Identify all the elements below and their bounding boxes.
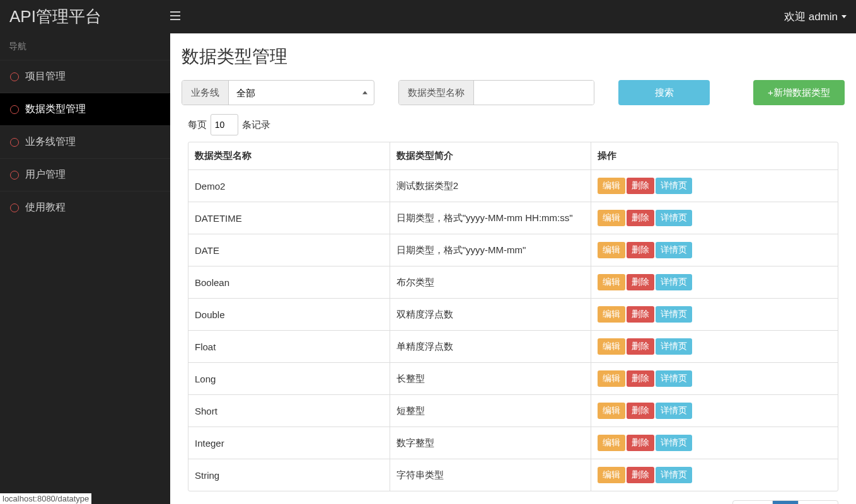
table-row: Boolean布尔类型编辑删除详情页 xyxy=(188,266,838,299)
sidebar-item-label: 业务线管理 xyxy=(25,135,76,149)
detail-button[interactable]: 详情页 xyxy=(656,467,692,483)
cell-name: DATE xyxy=(188,234,390,266)
bizline-filter: 业务线 全部 xyxy=(182,80,374,105)
sidebar-item-label: 项目管理 xyxy=(25,70,66,83)
cell-actions: 编辑删除详情页 xyxy=(591,427,838,459)
sidebar-item[interactable]: 数据类型管理 xyxy=(0,93,170,125)
bizline-select[interactable]: 全部 xyxy=(229,88,374,98)
perpage-input[interactable] xyxy=(211,114,238,135)
detail-button[interactable]: 详情页 xyxy=(656,242,692,258)
cell-desc: 数字整型 xyxy=(390,427,591,459)
edit-button[interactable]: 编辑 xyxy=(598,403,625,419)
cell-desc: 测试数据类型2 xyxy=(390,170,591,202)
cell-actions: 编辑删除详情页 xyxy=(591,331,838,363)
edit-button[interactable]: 编辑 xyxy=(598,338,625,355)
table-row: DATE日期类型，格式"yyyy-MM-mm"编辑删除详情页 xyxy=(188,234,838,266)
detail-button[interactable]: 详情页 xyxy=(656,306,692,323)
cell-name: DATETIME xyxy=(188,202,390,234)
cell-actions: 编辑删除详情页 xyxy=(591,170,838,202)
delete-button[interactable]: 删除 xyxy=(627,306,654,323)
perpage-suffix: 条记录 xyxy=(242,119,270,131)
cell-actions: 编辑删除详情页 xyxy=(591,266,838,299)
sidebar-item[interactable]: 业务线管理 xyxy=(0,125,170,158)
sidebar-item-label: 使用教程 xyxy=(25,201,66,214)
detail-button[interactable]: 详情页 xyxy=(656,274,692,290)
circle-icon xyxy=(10,105,19,114)
pager-current[interactable]: 1 xyxy=(772,501,798,504)
page-title: 数据类型管理 xyxy=(182,45,845,69)
bizline-label: 业务线 xyxy=(182,81,229,105)
delete-button[interactable]: 删除 xyxy=(627,370,654,387)
table-row: Float单精度浮点数编辑删除详情页 xyxy=(188,331,838,363)
circle-icon xyxy=(10,138,19,147)
table-row: Double双精度浮点数编辑删除详情页 xyxy=(188,299,838,331)
name-input[interactable] xyxy=(474,81,594,105)
cell-name: Short xyxy=(188,395,390,427)
menu-toggle-icon[interactable] xyxy=(170,10,195,23)
search-button[interactable]: 搜索 xyxy=(618,80,710,105)
cell-name: Integer xyxy=(188,427,390,459)
delete-button[interactable]: 删除 xyxy=(627,242,654,258)
edit-button[interactable]: 编辑 xyxy=(598,274,625,290)
delete-button[interactable]: 删除 xyxy=(627,338,654,355)
table-row: DATETIME日期类型，格式"yyyy-MM-mm HH:mm:ss"编辑删除… xyxy=(188,202,838,234)
user-menu[interactable]: 欢迎 admin xyxy=(784,9,856,24)
cell-desc: 布尔类型 xyxy=(390,266,591,299)
cell-actions: 编辑删除详情页 xyxy=(591,202,838,234)
edit-button[interactable]: 编辑 xyxy=(598,370,625,387)
name-label: 数据类型名称 xyxy=(399,81,474,105)
cell-actions: 编辑删除详情页 xyxy=(591,299,838,331)
detail-button[interactable]: 详情页 xyxy=(656,210,692,226)
add-button[interactable]: +新增数据类型 xyxy=(753,80,845,105)
delete-button[interactable]: 删除 xyxy=(627,178,654,194)
table-header: 数据类型名称 xyxy=(188,142,390,170)
nav-header: 导航 xyxy=(0,33,170,60)
cell-desc: 双精度浮点数 xyxy=(390,299,591,331)
delete-button[interactable]: 删除 xyxy=(627,467,654,483)
edit-button[interactable]: 编辑 xyxy=(598,210,625,226)
cell-name: Long xyxy=(188,363,390,395)
sidebar-item[interactable]: 用户管理 xyxy=(0,158,170,191)
name-filter: 数据类型名称 xyxy=(398,80,594,105)
cell-actions: 编辑删除详情页 xyxy=(591,395,838,427)
sidebar-item-label: 数据类型管理 xyxy=(25,103,86,116)
table-row: Demo2测试数据类型2编辑删除详情页 xyxy=(188,170,838,202)
cell-desc: 日期类型，格式"yyyy-MM-mm" xyxy=(390,234,591,266)
detail-button[interactable]: 详情页 xyxy=(656,338,692,355)
edit-button[interactable]: 编辑 xyxy=(598,242,625,258)
cell-desc: 单精度浮点数 xyxy=(390,331,591,363)
cell-desc: 字符串类型 xyxy=(390,459,591,491)
edit-button[interactable]: 编辑 xyxy=(598,435,625,451)
table-header: 操作 xyxy=(591,142,838,170)
circle-icon xyxy=(10,72,19,81)
cell-actions: 编辑删除详情页 xyxy=(591,459,838,491)
detail-button[interactable]: 详情页 xyxy=(656,403,692,419)
edit-button[interactable]: 编辑 xyxy=(598,467,625,483)
detail-button[interactable]: 详情页 xyxy=(656,435,692,451)
cell-name: Boolean xyxy=(188,266,390,299)
edit-button[interactable]: 编辑 xyxy=(598,306,625,323)
cell-actions: 编辑删除详情页 xyxy=(591,234,838,266)
brand-title: API管理平台 xyxy=(0,6,170,28)
detail-button[interactable]: 详情页 xyxy=(656,178,692,194)
cell-desc: 长整型 xyxy=(390,363,591,395)
table-row: Integer数字整型编辑删除详情页 xyxy=(188,427,838,459)
welcome-text: 欢迎 admin xyxy=(784,9,838,24)
delete-button[interactable]: 删除 xyxy=(627,210,654,226)
sidebar-item[interactable]: 项目管理 xyxy=(0,60,170,93)
perpage-prefix: 每页 xyxy=(188,119,207,131)
cell-desc: 短整型 xyxy=(390,395,591,427)
status-bar-url: localhost:8080/datatype xyxy=(0,493,91,504)
circle-icon xyxy=(10,203,19,212)
pager-next[interactable]: 下页 xyxy=(798,501,838,504)
edit-button[interactable]: 编辑 xyxy=(598,178,625,194)
delete-button[interactable]: 删除 xyxy=(627,435,654,451)
delete-button[interactable]: 删除 xyxy=(627,274,654,290)
pager-prev[interactable]: 上页 xyxy=(733,501,772,504)
cell-name: String xyxy=(188,459,390,491)
data-table: 数据类型名称数据类型简介操作 Demo2测试数据类型2编辑删除详情页DATETI… xyxy=(188,142,838,491)
delete-button[interactable]: 删除 xyxy=(627,403,654,419)
sidebar-item[interactable]: 使用教程 xyxy=(0,191,170,224)
detail-button[interactable]: 详情页 xyxy=(656,370,692,387)
table-row: String字符串类型编辑删除详情页 xyxy=(188,459,838,491)
